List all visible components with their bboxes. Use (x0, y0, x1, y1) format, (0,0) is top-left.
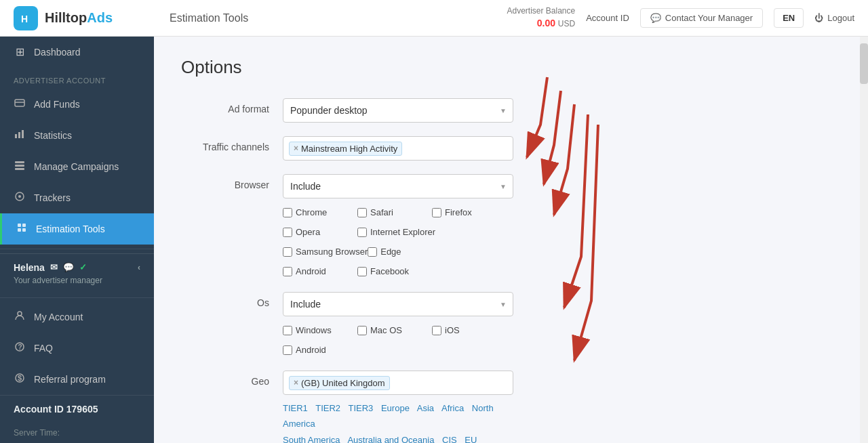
browser-ie-checkbox[interactable] (357, 228, 367, 237)
svg-text:H: H (21, 14, 28, 24)
geo-quick-links: TIER1 TIER2 TIER3 Europe Asia Africa Nor… (283, 400, 513, 443)
browser-firefox-checkbox[interactable] (432, 208, 441, 217)
os-ios-checkbox[interactable] (432, 326, 441, 335)
browser-ie-item[interactable]: Internet Explorer (357, 225, 435, 239)
sidebar-item-my-account[interactable]: My Account (0, 301, 154, 333)
os-windows-checkbox[interactable] (283, 326, 292, 335)
os-macos-checkbox[interactable] (357, 326, 367, 335)
svg-rect-5 (18, 132, 20, 138)
logout-button[interactable]: ⏻ Logout (814, 13, 854, 23)
browser-android-item[interactable]: Android (283, 264, 357, 278)
browser-label: Browser (181, 174, 283, 190)
scrollbar-thumb[interactable] (860, 43, 868, 84)
svg-point-11 (18, 195, 21, 198)
browser-chrome-checkbox[interactable] (283, 208, 292, 217)
browser-edge-checkbox[interactable] (368, 247, 377, 257)
traffic-channels-tag-input[interactable]: × Mainstream High Activity (283, 136, 513, 161)
manager-info: Helena ✉ 💬 ✓ ‹ Your advertiser manager (0, 253, 154, 293)
svg-point-16 (18, 312, 22, 316)
traffic-channel-tag: × Mainstream High Activity (289, 142, 402, 156)
traffic-channels-row: Traffic channels × Mainstream High Activ… (181, 136, 841, 161)
geo-tag-remove-icon[interactable]: × (294, 378, 298, 387)
logout-icon: ⏻ (814, 13, 823, 23)
browser-facebook-item[interactable]: Facebook (357, 264, 432, 278)
browser-samsung-label: Samsung Browser (296, 247, 368, 257)
browser-opera-item[interactable]: Opera (283, 225, 357, 239)
header-right: Advertiser Balance 0.00 USD Account ID 💬… (507, 6, 854, 29)
manager-name: Helena ✉ 💬 ✓ ‹ (14, 262, 140, 273)
main-content: Options Ad format Popunder desktop Popun… (154, 37, 868, 443)
browser-android-checkbox[interactable] (283, 267, 292, 276)
header: H HilltopAds Estimation Tools Advertiser… (0, 0, 868, 37)
svg-rect-13 (22, 224, 26, 227)
sidebar-item-manage-campaigns[interactable]: Manage Campaigns (0, 151, 154, 182)
geo-europe-link[interactable]: Europe (381, 403, 410, 413)
contact-manager-button[interactable]: 💬 Contact Your Manager (640, 8, 763, 28)
server-time: Server Time: (0, 423, 154, 443)
geo-tier3-link[interactable]: TIER3 (348, 403, 373, 413)
browser-safari-item[interactable]: Safari (357, 205, 432, 219)
browser-firefox-item[interactable]: Firefox (432, 205, 507, 219)
geo-asia-link[interactable]: Asia (417, 403, 434, 413)
browser-edge-item[interactable]: Edge (368, 245, 442, 259)
geo-africa-link[interactable]: Africa (441, 403, 464, 413)
sidebar-item-label: Estimation Tools (36, 224, 105, 234)
geo-tier2-link[interactable]: TIER2 (315, 403, 340, 413)
svg-text:?: ? (18, 343, 22, 351)
geo-tier1-link[interactable]: TIER1 (283, 403, 308, 413)
estimation-tools-icon (16, 222, 28, 236)
browser-include-select[interactable]: Include Exclude (283, 174, 513, 198)
browser-facebook-checkbox[interactable] (357, 267, 367, 276)
geo-cis-link[interactable]: CIS (442, 435, 457, 443)
geo-row: Geo × (GB) United Kingdom TIER1 TIER2 TI… (181, 371, 841, 443)
sidebar-item-faq[interactable]: ? FAQ (0, 333, 154, 364)
os-include-wrapper: Include Exclude (283, 292, 513, 316)
statistics-icon (14, 129, 26, 142)
browser-safari-checkbox[interactable] (357, 208, 367, 217)
faq-icon: ? (14, 341, 26, 355)
collapse-arrow-icon[interactable]: ‹ (138, 263, 140, 272)
sidebar-item-label: Dashboard (34, 47, 81, 58)
browser-samsung-checkbox[interactable] (283, 247, 292, 257)
sidebar-item-estimation-tools[interactable]: Estimation Tools (0, 213, 154, 245)
geo-tag-input[interactable]: × (GB) United Kingdom (283, 371, 513, 395)
browser-row: Browser Include Exclude Chrome (181, 174, 841, 278)
geo-eu-link[interactable]: EU (465, 435, 477, 443)
geo-text-input[interactable] (393, 378, 507, 388)
account-id-header: Account ID (586, 13, 629, 23)
main-wrapper: Options Ad format Popunder desktop Popun… (154, 37, 868, 443)
sidebar-item-add-funds[interactable]: Add Funds (0, 89, 154, 120)
os-include-select[interactable]: Include Exclude (283, 292, 513, 316)
os-android-item[interactable]: Android (283, 343, 357, 357)
header-page-title: Estimation Tools (163, 12, 507, 24)
tag-remove-icon[interactable]: × (294, 144, 298, 153)
os-ios-item[interactable]: iOS (432, 323, 507, 337)
geo-tag-text: (GB) United Kingdom (301, 378, 385, 388)
os-windows-item[interactable]: Windows (283, 323, 357, 337)
scrollbar-track[interactable] (860, 37, 868, 443)
browser-opera-checkbox[interactable] (283, 228, 292, 237)
browser-samsung-item[interactable]: Samsung Browser (283, 245, 368, 259)
svg-text:$: $ (18, 374, 22, 382)
traffic-channels-control: × Mainstream High Activity (283, 136, 513, 161)
language-button[interactable]: EN (774, 8, 804, 28)
ad-format-select[interactable]: Popunder desktop Popunder mobile Banner … (283, 98, 513, 123)
os-checkbox-grid: Windows Mac OS iOS Android (283, 323, 513, 357)
svg-rect-9 (15, 168, 24, 170)
sidebar-item-dashboard[interactable]: ⊞ Dashboard (0, 37, 154, 67)
check-icon: ✓ (79, 262, 87, 272)
browser-chrome-item[interactable]: Chrome (283, 205, 357, 219)
sidebar-item-statistics[interactable]: Statistics (0, 120, 154, 151)
skype-icon: 💬 (63, 262, 74, 272)
geo-australia-link[interactable]: Australia and Oceania (347, 435, 434, 443)
referral-icon: $ (14, 373, 26, 386)
os-android-label: Android (296, 345, 326, 355)
sidebar-item-trackers[interactable]: Trackers (0, 182, 154, 213)
trackers-icon (14, 191, 26, 205)
sidebar-item-referral[interactable]: $ Referral program (0, 364, 154, 395)
geo-south-america-link[interactable]: South America (283, 435, 340, 443)
os-ios-label: iOS (445, 325, 460, 335)
os-android-checkbox[interactable] (283, 345, 292, 355)
chat-icon: 💬 (650, 13, 661, 23)
os-macos-item[interactable]: Mac OS (357, 323, 432, 337)
